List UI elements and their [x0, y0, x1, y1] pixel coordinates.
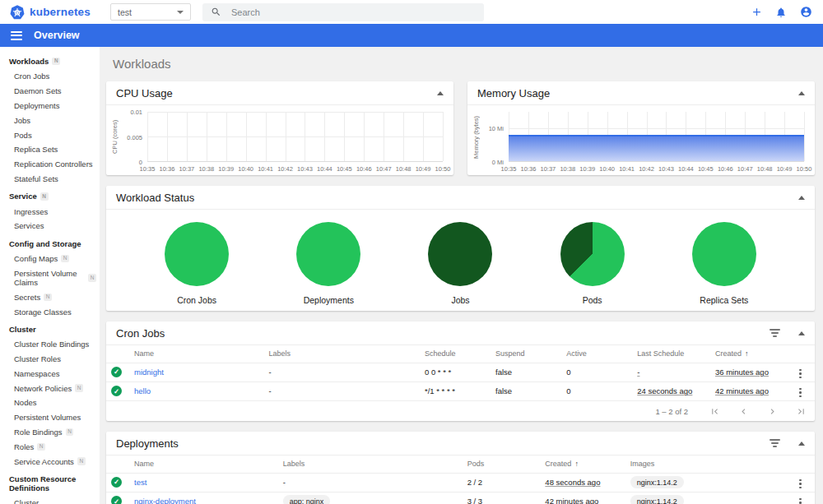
- memory-plot-area: [509, 112, 804, 162]
- sidebar-item-network-policies[interactable]: Network PoliciesN: [0, 381, 100, 395]
- resource-link[interactable]: midnight: [134, 368, 164, 377]
- sidebar-item-label: Jobs: [14, 116, 30, 125]
- sidebar-item-stateful-sets[interactable]: Stateful Sets: [0, 171, 100, 186]
- collapse-icon[interactable]: [798, 91, 805, 95]
- sidebar-item-namespaces[interactable]: Namespaces: [0, 367, 100, 381]
- sidebar-item-label: Namespaces: [14, 369, 59, 378]
- pie-label: Jobs: [428, 295, 492, 305]
- sidebar-item-deployments[interactable]: Deployments: [0, 99, 100, 113]
- column-header-suspend[interactable]: Suspend: [491, 345, 561, 363]
- header-actions: [749, 5, 813, 20]
- search-input[interactable]: [231, 7, 476, 17]
- column-header-active[interactable]: Active: [561, 345, 632, 363]
- memory-y-axis-label: Memory (bytes): [471, 112, 481, 162]
- column-header-schedule[interactable]: Schedule: [420, 345, 491, 363]
- account-button[interactable]: [798, 5, 813, 20]
- resource-link[interactable]: nginx-deployment: [134, 497, 196, 504]
- cell-pods: 2 / 2: [463, 473, 541, 492]
- column-header-created[interactable]: Created↑: [710, 345, 790, 363]
- cell-actions: [790, 381, 815, 400]
- cell-status: ✓: [106, 492, 129, 504]
- column-header-name[interactable]: Name: [129, 455, 278, 473]
- menu-icon[interactable]: [11, 31, 22, 40]
- filter-icon[interactable]: [770, 329, 780, 337]
- namespace-selector[interactable]: test: [110, 3, 191, 21]
- collapse-icon[interactable]: [798, 331, 805, 335]
- sidebar-section-service[interactable]: ServiceN: [0, 188, 100, 204]
- sidebar-item-ingresses[interactable]: Ingresses: [0, 204, 100, 219]
- cell-labels: -: [278, 473, 463, 492]
- sidebar-item-replication-controllers[interactable]: Replication Controllers: [0, 157, 100, 172]
- x-tick-label: 10:38: [198, 165, 214, 173]
- cell-active: 0: [561, 381, 632, 400]
- grid-line: [187, 112, 188, 161]
- sidebar-item-label: Role Bindings: [14, 428, 63, 437]
- pagination-controls: [709, 406, 807, 417]
- row-actions-button[interactable]: [795, 367, 806, 381]
- filter-icon[interactable]: [770, 439, 780, 447]
- memory-area-series: [509, 135, 804, 161]
- last-page-icon[interactable]: [796, 406, 807, 417]
- grid-line: [364, 112, 365, 161]
- next-page-icon[interactable]: [767, 406, 778, 417]
- collapse-icon[interactable]: [798, 442, 805, 446]
- kubernetes-logo[interactable]: kubernetes: [10, 5, 91, 20]
- column-header-labels[interactable]: Labels: [264, 345, 420, 363]
- sidebar-item-storage-classes[interactable]: Storage Classes: [0, 304, 100, 319]
- x-tick-label: 10:40: [238, 165, 253, 173]
- column-header-actions: [790, 345, 815, 363]
- row-actions-button[interactable]: [795, 496, 806, 504]
- column-header-labels[interactable]: Labels: [278, 455, 463, 473]
- namespaced-badge: N: [40, 192, 49, 201]
- namespaced-badge: N: [66, 428, 74, 437]
- x-tick-label: 10:37: [179, 165, 194, 173]
- sidebar-item-jobs[interactable]: Jobs: [0, 113, 100, 127]
- sidebar-section-custom-resource-definitions[interactable]: Custom Resource Definitions: [0, 471, 100, 496]
- cpu-y-axis-label: CPU (cores): [109, 112, 120, 162]
- cell-labels: app: nginx: [278, 492, 463, 504]
- sidebar-item-config-maps[interactable]: Config MapsN: [0, 252, 100, 266]
- sidebar-item-label: Secrets: [14, 293, 40, 302]
- add-resource-button[interactable]: [749, 5, 764, 20]
- sidebar-item-pods[interactable]: Pods: [0, 127, 100, 142]
- sidebar-item-role-bindings[interactable]: Role BindingsN: [0, 425, 100, 440]
- resource-link[interactable]: hello: [134, 386, 151, 395]
- sidebar-item-daemon-sets[interactable]: Daemon Sets: [0, 84, 100, 99]
- sidebar-section-config-and-storage[interactable]: Config and Storage: [0, 236, 100, 252]
- x-tick-label: 10:41: [258, 165, 273, 173]
- sidebar-item-services[interactable]: Services: [0, 219, 100, 234]
- sidebar-item-persistent-volumes[interactable]: Persistent Volumes: [0, 410, 100, 425]
- sidebar-section-workloads[interactable]: WorkloadsN: [0, 53, 100, 69]
- sidebar-item-replica-sets[interactable]: Replica Sets: [0, 142, 100, 157]
- sidebar-item-persistent-volume-claims[interactable]: Persistent Volume ClaimsN: [0, 266, 100, 290]
- y-tick-label: 0.005: [127, 133, 142, 141]
- sidebar-item-roles[interactable]: RolesN: [0, 439, 100, 454]
- resource-link[interactable]: test: [134, 478, 146, 487]
- sidebar-item-cluster[interactable]: Cluster: [0, 496, 100, 504]
- sidebar-section-cluster[interactable]: Cluster: [0, 321, 100, 337]
- pie-chart: [296, 222, 360, 286]
- collapse-icon[interactable]: [437, 91, 444, 95]
- sidebar-item-nodes[interactable]: Nodes: [0, 395, 100, 410]
- column-header-last_schedule[interactable]: Last Schedule: [632, 345, 710, 363]
- column-header-label: Labels: [269, 349, 291, 358]
- sidebar-item-cluster-role-bindings[interactable]: Cluster Role Bindings: [0, 337, 100, 352]
- status-success-icon: ✓: [111, 477, 122, 488]
- sidebar-item-cluster-roles[interactable]: Cluster Roles: [0, 352, 100, 367]
- column-header-name[interactable]: Name: [129, 345, 264, 363]
- previous-page-icon[interactable]: [738, 406, 749, 417]
- first-page-icon[interactable]: [709, 406, 720, 417]
- row-actions-button[interactable]: [795, 477, 806, 492]
- collapse-icon[interactable]: [798, 196, 805, 200]
- notifications-button[interactable]: [774, 5, 788, 20]
- row-actions-button[interactable]: [795, 386, 806, 400]
- column-header-pods[interactable]: Pods: [463, 455, 541, 473]
- sidebar-item-label: Stateful Sets: [14, 174, 58, 183]
- sidebar-item-service-accounts[interactable]: Service AccountsN: [0, 454, 100, 469]
- cell-created: 36 minutes ago: [710, 363, 790, 381]
- column-header-created[interactable]: Created↑: [540, 455, 625, 473]
- column-header-images[interactable]: Images: [625, 455, 790, 473]
- pagination-range-label: 1 – 2 of 2: [655, 407, 688, 416]
- sidebar-item-cron-jobs[interactable]: Cron Jobs: [0, 69, 100, 84]
- sidebar-item-secrets[interactable]: SecretsN: [0, 289, 100, 304]
